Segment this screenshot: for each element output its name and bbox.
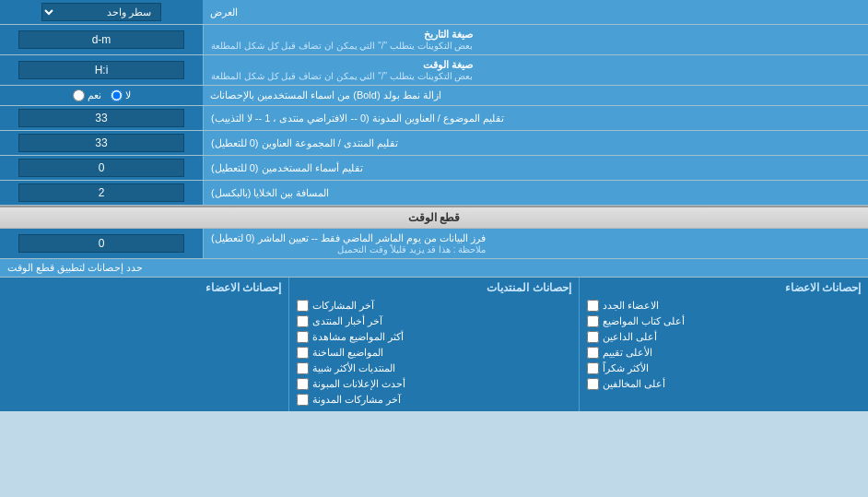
date-format-label: صيغة التاريخ بعض التكوينات يتطلب "/" الت…	[203, 25, 868, 54]
col3-header: إحصاناث الاعضاء	[587, 281, 861, 298]
checkbox-hot-topics-input[interactable]	[297, 347, 309, 359]
topic-order-label-text: تقليم الموضوع / العناوين المدونة (0 -- ا…	[211, 112, 504, 124]
display-select[interactable]: سطر واحد سطران ثلاثة أسطر	[41, 3, 161, 21]
top-select-cell: سطر واحد سطران ثلاثة أسطر	[0, 0, 203, 24]
col2-header: إحصاناث المنتديات	[297, 281, 570, 298]
checkbox-col-2: إحصاناث المنتديات آخر المشاركات آخر أخبا…	[288, 278, 578, 411]
checkboxes-area: إحصاناث الاعضاء الاعضاء الجدد أعلى كتاب …	[0, 278, 868, 411]
checkbox-similar-forums-input[interactable]	[297, 362, 309, 374]
radio-yes-label[interactable]: نعم	[73, 89, 101, 101]
cut-section-header-text: قطع الوقت	[408, 211, 460, 224]
forum-order-input[interactable]	[18, 134, 184, 152]
checkbox-blog-posts: آخر مشاركات المدونة	[297, 392, 570, 408]
cut-section-row: فرز البيانات من يوم الماشر الماضي فقط --…	[0, 229, 868, 259]
cell-spacing-label: المسافة بين الخلايا (بالبكسل)	[203, 181, 868, 205]
cut-label-line1: فرز البيانات من يوم الماشر الماضي فقط --…	[211, 232, 486, 244]
limit-label-text: حدد إحصاناث لتطبيق قطع الوقت	[7, 262, 143, 274]
checkbox-violations-label: أعلى المخالفين	[603, 378, 665, 390]
checkbox-blog-posts-input[interactable]	[297, 394, 309, 406]
bold-remove-row: ازالة نمط بولد (Bold) من اسماء المستخدمي…	[0, 86, 868, 106]
radio-no-label[interactable]: لا	[111, 89, 131, 101]
checkbox-last-posts-input[interactable]	[297, 300, 309, 312]
user-names-input-cell	[0, 156, 203, 180]
date-format-label-line2: بعض التكوينات يتطلب "/" التي يمكن ان تضا…	[211, 41, 473, 51]
cut-section-input-cell	[0, 229, 203, 258]
topic-order-input[interactable]	[18, 109, 184, 127]
checkbox-topic-writers-label: أعلى كتاب المواضيع	[603, 315, 685, 327]
checkbox-forum-news-input[interactable]	[297, 315, 309, 327]
checkbox-top-rated-label: الأعلى تقييم	[603, 347, 652, 359]
user-names-input[interactable]	[18, 159, 184, 177]
checkbox-announcements-input[interactable]	[297, 378, 309, 390]
radio-yes[interactable]	[73, 89, 85, 101]
checkbox-violations-input[interactable]	[587, 378, 599, 390]
user-names-label-text: تقليم أسماء المستخدمين (0 للتعطيل)	[211, 162, 363, 174]
checkbox-member-new-label: الاعضاء الجدد	[603, 300, 659, 312]
top-label: العرض	[203, 0, 868, 24]
user-names-label: تقليم أسماء المستخدمين (0 للتعطيل)	[203, 156, 868, 180]
checkbox-announcements-label: أحدث الإعلانات المبونة	[312, 378, 405, 390]
checkbox-forum-news: آخر أخبار المنتدى	[297, 314, 570, 329]
forum-order-row: تقليم المنتدى / المجموعة العناوين (0 للت…	[0, 131, 868, 156]
checkbox-most-thanks-input[interactable]	[587, 362, 599, 374]
checkbox-most-thanks: الأكثر شكراً	[587, 361, 861, 376]
cut-section-label: فرز البيانات من يوم الماشر الماضي فقط --…	[203, 229, 868, 258]
checkbox-topic-writers-input[interactable]	[587, 315, 599, 327]
cell-spacing-input[interactable]	[18, 183, 184, 202]
time-format-input-cell	[0, 55, 203, 85]
checkbox-col-1: إحصاناث الاعضاء	[0, 278, 288, 411]
checkbox-member-new: الاعضاء الجدد	[587, 298, 861, 314]
topic-order-input-cell	[0, 106, 203, 130]
time-format-row: صيغة الوقت بعض التكوينات يتطلب "/" التي …	[0, 55, 868, 86]
date-format-input-cell	[0, 25, 203, 54]
user-names-row: تقليم أسماء المستخدمين (0 للتعطيل)	[0, 156, 868, 181]
checkbox-top-rated: الأعلى تقييم	[587, 345, 861, 361]
checkbox-hot-topics-label: المواضيع الساخنة	[312, 347, 383, 359]
forum-order-label: تقليم المنتدى / المجموعة العناوين (0 للت…	[203, 131, 868, 155]
checkbox-most-viewed-label: أكثر المواضيع مشاهدة	[312, 331, 404, 343]
forum-order-input-cell	[0, 131, 203, 155]
checkbox-member-new-input[interactable]	[587, 300, 599, 312]
time-format-label-line2: بعض التكوينات يتطلب "/" التي يمكن ان تضا…	[211, 71, 473, 81]
checkbox-col-3: إحصاناث الاعضاء الاعضاء الجدد أعلى كتاب …	[579, 278, 868, 411]
cell-spacing-input-cell	[0, 181, 203, 205]
radio-yes-text: نعم	[88, 89, 101, 101]
radio-no-text: لا	[125, 89, 131, 101]
bold-remove-radio-cell: لا نعم	[0, 86, 203, 105]
time-format-label-line1: صيغة الوقت	[211, 59, 473, 71]
top-row: العرض سطر واحد سطران ثلاثة أسطر	[0, 0, 868, 25]
checkbox-forum-news-label: آخر أخبار المنتدى	[312, 315, 382, 327]
col1-header: إحصاناث الاعضاء	[7, 281, 281, 298]
date-format-input[interactable]	[18, 30, 184, 49]
checkbox-most-viewed: أكثر المواضيع مشاهدة	[297, 329, 570, 345]
checkbox-last-posts-label: آخر المشاركات	[312, 300, 374, 312]
cut-label-line2: ملاحظة : هذا قد يزيد قليلاً وقت التحميل	[211, 244, 486, 254]
forum-order-label-text: تقليم المنتدى / المجموعة العناوين (0 للت…	[211, 137, 398, 149]
checkbox-inviters: أعلى الداعين	[587, 329, 861, 345]
bold-remove-label: ازالة نمط بولد (Bold) من اسماء المستخدمي…	[203, 86, 868, 105]
checkbox-violations: أعلى المخالفين	[587, 376, 861, 392]
limit-label-row: حدد إحصاناث لتطبيق قطع الوقت	[0, 259, 868, 278]
checkbox-hot-topics: المواضيع الساخنة	[297, 345, 570, 361]
checkbox-top-rated-input[interactable]	[587, 347, 599, 359]
checkbox-inviters-input[interactable]	[587, 331, 599, 343]
cell-spacing-label-text: المسافة بين الخلايا (بالبكسل)	[211, 187, 330, 199]
radio-no[interactable]	[111, 89, 123, 101]
checkbox-similar-forums-label: المنتديات الأكثر شبية	[312, 362, 395, 374]
checkbox-last-posts: آخر المشاركات	[297, 298, 570, 314]
checkbox-inviters-label: أعلى الداعين	[603, 331, 657, 343]
cell-spacing-row: المسافة بين الخلايا (بالبكسل)	[0, 181, 868, 206]
cut-section-header: قطع الوقت	[0, 206, 868, 229]
checkbox-announcements: أحدث الإعلانات المبونة	[297, 376, 570, 392]
topic-order-label: تقليم الموضوع / العناوين المدونة (0 -- ا…	[203, 106, 868, 130]
bold-remove-label-text: ازالة نمط بولد (Bold) من اسماء المستخدمي…	[210, 89, 441, 101]
checkbox-blog-posts-label: آخر مشاركات المدونة	[312, 394, 401, 406]
date-format-label-line1: صيغة التاريخ	[211, 29, 473, 41]
checkbox-most-viewed-input[interactable]	[297, 331, 309, 343]
time-format-label: صيغة الوقت بعض التكوينات يتطلب "/" التي …	[203, 55, 868, 85]
date-format-row: صيغة التاريخ بعض التكوينات يتطلب "/" الت…	[0, 25, 868, 55]
topic-order-row: تقليم الموضوع / العناوين المدونة (0 -- ا…	[0, 106, 868, 131]
cut-section-input[interactable]	[18, 234, 184, 253]
time-format-input[interactable]	[18, 61, 184, 79]
top-label-text: العرض	[210, 6, 238, 18]
